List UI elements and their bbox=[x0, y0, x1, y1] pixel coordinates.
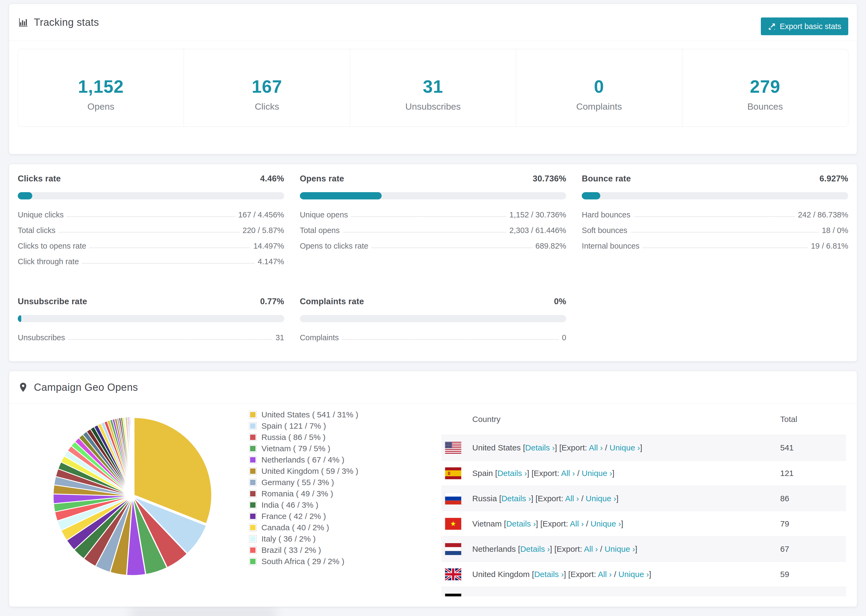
legend-swatch bbox=[249, 490, 257, 498]
country-cell: United States [Details ›] [Export: All ›… bbox=[472, 443, 780, 452]
bracket: ] bbox=[649, 570, 651, 579]
details-link[interactable]: Details › bbox=[534, 570, 564, 579]
bracket: ] bbox=[625, 595, 627, 597]
bracket: ] bbox=[527, 469, 531, 478]
rate-item-label: Hard bounces bbox=[582, 210, 630, 219]
export-unique-link[interactable]: Unique › bbox=[586, 494, 616, 503]
export-unique-link[interactable]: Unique › bbox=[590, 519, 621, 528]
legend-swatch bbox=[249, 434, 257, 441]
rate-item-label: Unsubscribes bbox=[18, 333, 65, 342]
rate-item-label: Unique opens bbox=[300, 210, 348, 219]
details-link[interactable]: Details › bbox=[506, 519, 536, 528]
rate-section: Clicks rate 4.46% Unique clicks 167 / 4.… bbox=[18, 174, 284, 272]
legend-swatch bbox=[249, 501, 257, 509]
export-prefix: [Export: bbox=[554, 545, 584, 553]
slash-separator: / bbox=[614, 570, 619, 579]
legend-item: United States ( 541 / 31% ) bbox=[249, 409, 358, 420]
legend-swatch bbox=[249, 558, 257, 565]
export-prefix: [Export: bbox=[531, 469, 561, 478]
table-row: Netherlands [Details ›] [Export: All › /… bbox=[441, 536, 846, 561]
stat-box: 167 Clicks bbox=[184, 49, 350, 127]
table-row: United States [Details ›] [Export: All ›… bbox=[441, 435, 846, 460]
stat-label: Clicks bbox=[184, 101, 350, 112]
details-link[interactable]: Details › bbox=[510, 595, 540, 597]
dotted-leader bbox=[343, 232, 506, 233]
export-all-link[interactable]: All › bbox=[561, 469, 575, 478]
export-unique-link[interactable]: Unique › bbox=[582, 469, 612, 478]
export-prefix: [Export: bbox=[559, 443, 589, 452]
export-basic-stats-button[interactable]: Export basic stats bbox=[761, 17, 848, 35]
slash-separator: / bbox=[581, 494, 586, 503]
rate-section: Bounce rate 6.927% Hard bounces 242 / 86… bbox=[582, 174, 848, 272]
country-flag-icon bbox=[441, 594, 472, 597]
geo-header: Campaign Geo Opens bbox=[9, 371, 857, 404]
country-flag-icon bbox=[441, 493, 472, 504]
rate-item-label: Complaints bbox=[300, 333, 339, 342]
rate-title: Complaints rate bbox=[300, 297, 364, 306]
rate-item: Unique clicks 167 / 4.456% bbox=[18, 210, 284, 219]
total-cell: 86 bbox=[780, 494, 846, 503]
legend-item: Italy ( 36 / 2% ) bbox=[249, 533, 358, 545]
header-divider bbox=[9, 41, 857, 41]
tracking-stats-header: Tracking stats Export basic stats bbox=[9, 4, 857, 41]
export-all-link[interactable]: All › bbox=[589, 443, 603, 452]
rate-percent: 4.46% bbox=[260, 174, 284, 184]
dotted-leader bbox=[631, 232, 819, 233]
export-unique-link[interactable]: Unique › bbox=[605, 545, 635, 553]
export-all-link[interactable]: All › bbox=[570, 519, 584, 528]
export-button-label: Export basic stats bbox=[780, 22, 841, 31]
rate-item: Soft bounces 18 / 0% bbox=[582, 226, 848, 235]
export-unique-link[interactable]: Unique › bbox=[619, 570, 649, 579]
rate-item-label: Click through rate bbox=[18, 257, 79, 266]
country-name: United Kingdom bbox=[472, 570, 529, 579]
slash-separator: / bbox=[586, 519, 590, 528]
rate-progress-fill bbox=[18, 192, 32, 200]
rates-grid: Clicks rate 4.46% Unique clicks 167 / 4.… bbox=[18, 174, 848, 349]
column-header-total: Total bbox=[780, 415, 846, 424]
legend-swatch bbox=[249, 479, 257, 486]
total-cell: 67 bbox=[780, 545, 846, 554]
rate-head: Complaints rate 0% bbox=[300, 297, 567, 306]
export-all-link[interactable]: All › bbox=[574, 595, 587, 597]
export-prefix: [Export: bbox=[540, 519, 570, 528]
country-flag-icon bbox=[441, 543, 472, 555]
export-unique-link[interactable]: Unique › bbox=[594, 595, 625, 597]
country-name: United States bbox=[472, 443, 521, 452]
rate-item-label: Internal bounces bbox=[582, 241, 639, 250]
dotted-leader bbox=[643, 248, 808, 248]
legend-swatch bbox=[249, 535, 257, 543]
details-link[interactable]: Details › bbox=[501, 494, 531, 503]
geo-table-body: United States [Details ›] [Export: All ›… bbox=[441, 435, 846, 596]
rate-items: Unique opens 1,152 / 30.736% Total opens… bbox=[300, 210, 567, 250]
rate-item-label: Total opens bbox=[300, 226, 340, 235]
dotted-leader bbox=[372, 248, 532, 248]
rate-item: Hard bounces 242 / 86.738% bbox=[582, 210, 848, 219]
export-icon bbox=[768, 22, 776, 30]
legend-item: Brazil ( 33 / 2% ) bbox=[249, 545, 358, 556]
rate-item-value: 1,152 / 30.736% bbox=[509, 210, 566, 219]
rate-title: Opens rate bbox=[300, 174, 344, 184]
export-all-link[interactable]: All › bbox=[598, 570, 612, 579]
rate-item-value: 220 / 5.87% bbox=[242, 226, 284, 235]
table-row: Russia [Details ›] [Export: All › / Uniq… bbox=[441, 486, 846, 511]
page-title: Tracking stats bbox=[34, 17, 99, 28]
rate-item: Clicks to opens rate 14.497% bbox=[18, 241, 284, 250]
details-link[interactable]: Details › bbox=[497, 469, 527, 478]
bracket: [ bbox=[508, 595, 510, 597]
geo-section-title: Campaign Geo Opens bbox=[34, 382, 138, 393]
legend-item: Vietnam ( 79 / 5% ) bbox=[249, 443, 358, 454]
rate-items: Unique clicks 167 / 4.456% Total clicks … bbox=[18, 210, 284, 266]
country-flag-icon bbox=[441, 518, 472, 530]
details-link[interactable]: Details › bbox=[525, 443, 555, 452]
rate-item-value: 31 bbox=[276, 333, 284, 342]
rate-progress-bar bbox=[582, 192, 848, 200]
export-all-link[interactable]: All › bbox=[565, 494, 579, 503]
details-link[interactable]: Details › bbox=[520, 545, 550, 553]
export-unique-link[interactable]: Unique › bbox=[609, 443, 640, 452]
country-cell: Germany [Details ›] [Export: All › / Uni… bbox=[472, 595, 780, 597]
export-all-link[interactable]: All › bbox=[584, 545, 598, 553]
legend-swatch bbox=[249, 524, 257, 531]
export-prefix: [Export: bbox=[568, 570, 598, 579]
rate-item-label: Total clicks bbox=[18, 226, 55, 235]
stat-label: Unsubscribes bbox=[350, 101, 516, 112]
